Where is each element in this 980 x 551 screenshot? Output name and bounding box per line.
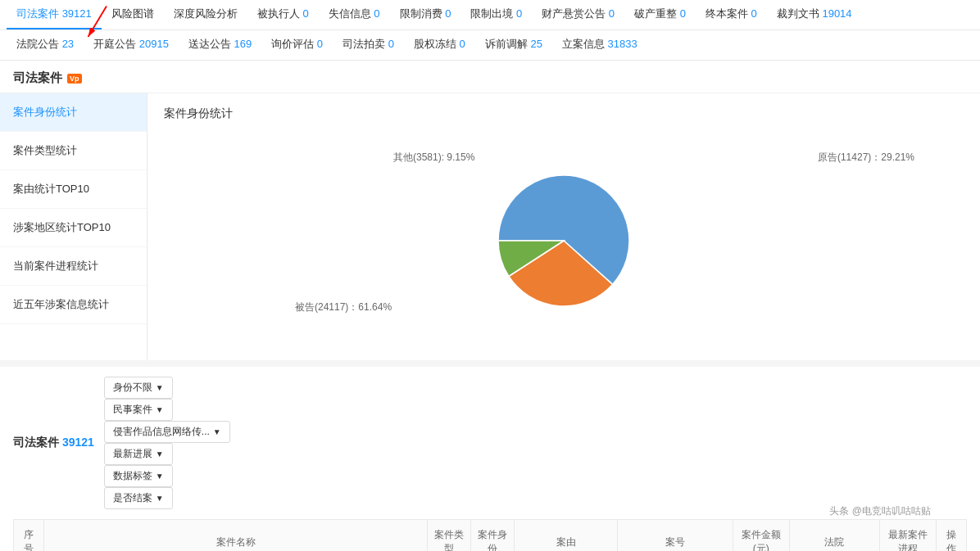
row2-tab-2[interactable]: 送达公告 169 bbox=[179, 30, 261, 60]
chevron-down-icon: ▼ bbox=[156, 494, 164, 503]
chevron-down-icon: ▼ bbox=[156, 449, 164, 458]
col-header-1: 案件名称 bbox=[44, 520, 428, 552]
row2-tab-7[interactable]: 立案信息 31833 bbox=[552, 30, 647, 60]
table-section: 司法案件 39121 身份不限 ▼民事案件 ▼侵害作品信息网络传... ▼最新进… bbox=[0, 367, 980, 551]
chart-title: 案件身份统计 bbox=[164, 106, 964, 121]
row1-tab-10[interactable]: 裁判文书 19014 bbox=[767, 0, 862, 29]
sidebar-item-2[interactable]: 案由统计TOP10 bbox=[0, 170, 147, 209]
chart-area: 案件身份统计 其他(3581): 9.15% 原告(11427)：29.21% … bbox=[147, 93, 980, 360]
vip-icon: Vp bbox=[67, 74, 82, 84]
row1-tab-9[interactable]: 终本案件 0 bbox=[696, 0, 767, 29]
col-header-9: 操作 bbox=[936, 520, 966, 552]
chevron-down-icon: ▼ bbox=[156, 405, 164, 414]
sidebar-item-1[interactable]: 案件类型统计 bbox=[0, 132, 147, 170]
filter-btn-3[interactable]: 最新进展 ▼ bbox=[104, 443, 173, 465]
section-title-text: 司法案件 bbox=[13, 70, 62, 86]
sidebar-item-0[interactable]: 案件身份统计 bbox=[0, 93, 147, 132]
sidebar-item-4[interactable]: 当前案件进程统计 bbox=[0, 247, 147, 286]
table-section-title: 司法案件 39121 bbox=[13, 436, 94, 450]
pie-chart-svg bbox=[482, 159, 646, 323]
col-header-8: 最新案件进程 bbox=[879, 520, 936, 552]
col-header-7: 法院 bbox=[789, 520, 879, 552]
table-header-row: 司法案件 39121 身份不限 ▼民事案件 ▼侵害作品信息网络传... ▼最新进… bbox=[13, 377, 967, 509]
col-header-6: 案件金额(元) bbox=[733, 520, 789, 552]
row1-tab-2[interactable]: 深度风险分析 bbox=[164, 0, 247, 29]
row2-tab-4[interactable]: 司法拍卖 0 bbox=[333, 30, 404, 60]
chevron-down-icon: ▼ bbox=[156, 472, 164, 481]
data-table: 序号案件名称案件类型案件身份案由案号案件金额(元)法院最新案件进程操作 1深圳市… bbox=[13, 519, 967, 551]
filter-btn-0[interactable]: 身份不限 ▼ bbox=[104, 377, 173, 399]
section-title-bar: 司法案件 Vp bbox=[0, 61, 980, 93]
pie-label-beigao: 被告(24117)：61.64% bbox=[295, 300, 392, 314]
row1-tabs: 司法案件 39121风险图谱深度风险分析被执行人 0失信信息 0限制消费 0限制… bbox=[0, 0, 980, 30]
col-header-0: 序号 bbox=[14, 520, 44, 552]
col-header-2: 案件类型 bbox=[428, 520, 471, 552]
row2-tab-5[interactable]: 股权冻结 0 bbox=[404, 30, 475, 60]
row2-tabs: 法院公告 23开庭公告 20915送达公告 169询价评估 0司法拍卖 0股权冻… bbox=[0, 30, 980, 61]
row1-tab-5[interactable]: 限制消费 0 bbox=[390, 0, 461, 29]
chevron-down-icon: ▼ bbox=[213, 427, 221, 436]
table-head: 序号案件名称案件类型案件身份案由案号案件金额(元)法院最新案件进程操作 bbox=[14, 520, 967, 552]
row1-tab-6[interactable]: 限制出境 0 bbox=[461, 0, 532, 29]
main-content: 案件身份统计案件类型统计案由统计TOP10涉案地区统计TOP10当前案件进程统计… bbox=[0, 93, 980, 360]
col-header-3: 案件身份 bbox=[471, 520, 515, 552]
row1-tab-4[interactable]: 失信信息 0 bbox=[319, 0, 390, 29]
filter-btn-4[interactable]: 数据标签 ▼ bbox=[104, 465, 173, 487]
pie-label-qita: 其他(3581): 9.15% bbox=[393, 151, 474, 165]
left-sidebar: 案件身份统计案件类型统计案由统计TOP10涉案地区统计TOP10当前案件进程统计… bbox=[0, 93, 147, 360]
row1-tab-1[interactable]: 风险图谱 bbox=[102, 0, 164, 29]
section-divider bbox=[0, 360, 980, 367]
pie-chart-container: 其他(3581): 9.15% 原告(11427)：29.21% 被告(2411… bbox=[164, 134, 964, 347]
col-header-4: 案由 bbox=[515, 520, 618, 552]
sidebar-item-3[interactable]: 涉案地区统计TOP10 bbox=[0, 209, 147, 247]
table-count: 39121 bbox=[62, 436, 94, 449]
filter-btn-5[interactable]: 是否结案 ▼ bbox=[104, 487, 173, 509]
row1-tab-7[interactable]: 财产悬赏公告 0 bbox=[532, 0, 624, 29]
row1-tab-0[interactable]: 司法案件 39121 bbox=[7, 0, 102, 29]
row1-tab-3[interactable]: 被执行人 0 bbox=[247, 0, 319, 29]
filter-buttons: 身份不限 ▼民事案件 ▼侵害作品信息网络传... ▼最新进展 ▼数据标签 ▼是否… bbox=[104, 377, 230, 509]
filter-btn-2[interactable]: 侵害作品信息网络传... ▼ bbox=[104, 421, 230, 443]
chevron-down-icon: ▼ bbox=[156, 383, 164, 392]
sidebar-item-5[interactable]: 近五年涉案信息统计 bbox=[0, 286, 147, 324]
row2-tab-6[interactable]: 诉前调解 25 bbox=[475, 30, 552, 60]
row1-tab-8[interactable]: 破产重整 0 bbox=[624, 0, 696, 29]
col-header-5: 案号 bbox=[618, 520, 733, 552]
row2-tab-0[interactable]: 法院公告 23 bbox=[7, 30, 84, 60]
row2-tab-1[interactable]: 开庭公告 20915 bbox=[84, 30, 179, 60]
pie-label-yuangao: 原告(11427)：29.21% bbox=[818, 151, 914, 165]
row2-tab-3[interactable]: 询价评估 0 bbox=[261, 30, 333, 60]
filter-btn-1[interactable]: 民事案件 ▼ bbox=[104, 399, 173, 421]
